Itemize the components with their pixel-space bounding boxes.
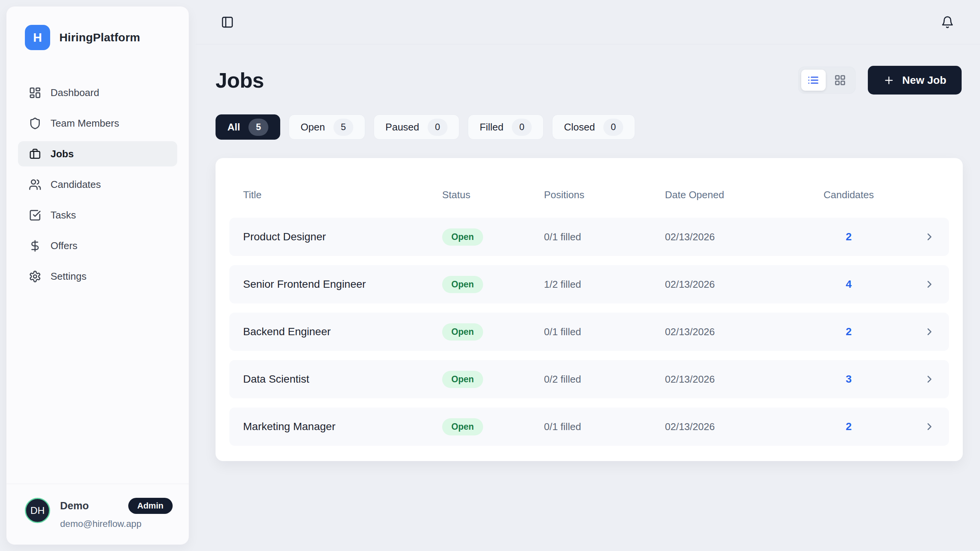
table-header-row: Title Status Positions Date Opened Candi… <box>229 172 949 218</box>
sidebar-item-label: Offers <box>51 240 77 252</box>
candidates-count-link[interactable]: 2 <box>818 231 879 243</box>
status-badge: Open <box>442 228 483 246</box>
job-title-cell: Marketing Manager <box>243 421 442 433</box>
briefcase-icon <box>29 148 41 160</box>
positions-cell: 0/1 filled <box>544 231 665 243</box>
candidates-count-link[interactable]: 4 <box>818 278 879 290</box>
sidebar-item-candidates[interactable]: Candidates <box>18 172 177 197</box>
status-badge: Open <box>442 371 483 388</box>
new-job-button[interactable]: New Job <box>868 66 962 95</box>
candidates-count-link[interactable]: 3 <box>818 373 879 385</box>
filter-count-badge: 5 <box>333 119 353 136</box>
filter-label: Closed <box>564 121 595 133</box>
app-logo-letter: H <box>33 31 42 45</box>
avatar: DH <box>25 498 50 523</box>
avatar-initials: DH <box>30 505 45 517</box>
role-badge: Admin <box>128 498 173 514</box>
status-cell: Open <box>442 371 544 388</box>
sidebar-item-settings[interactable]: Settings <box>18 264 177 289</box>
column-header-positions: Positions <box>544 189 665 201</box>
date-opened-cell: 02/13/2026 <box>665 326 818 338</box>
row-open-button[interactable] <box>920 421 935 432</box>
topbar <box>196 0 980 44</box>
checkbox-check-icon <box>29 209 41 222</box>
users-icon <box>29 178 41 191</box>
sidebar-item-label: Tasks <box>51 209 76 221</box>
sidebar-toggle-button[interactable] <box>221 16 234 29</box>
user-section[interactable]: DH Demo Admin demo@hireflow.app <box>7 484 189 544</box>
chevron-right-icon <box>924 231 935 243</box>
column-header-date-opened: Date Opened <box>665 189 818 201</box>
job-title-cell: Product Designer <box>243 231 442 243</box>
sidebar-item-label: Candidates <box>51 179 101 191</box>
table-row[interactable]: Senior Frontend Engineer Open 1/2 filled… <box>229 265 949 303</box>
sidebar-item-dashboard[interactable]: Dashboard <box>18 80 177 105</box>
notifications-button[interactable] <box>941 16 954 29</box>
candidates-count-link[interactable]: 2 <box>818 326 879 338</box>
date-opened-cell: 02/13/2026 <box>665 373 818 385</box>
table-row[interactable]: Product Designer Open 0/1 filled 02/13/2… <box>229 218 949 256</box>
list-view-button[interactable] <box>801 70 826 91</box>
app-logo: H <box>25 25 50 50</box>
list-view-icon <box>807 74 819 86</box>
filter-count-badge: 0 <box>603 119 623 136</box>
sidebar-item-jobs[interactable]: Jobs <box>18 141 177 166</box>
filter-tab-paused[interactable]: Paused 0 <box>374 114 459 140</box>
new-job-label: New Job <box>902 74 946 86</box>
date-opened-cell: 02/13/2026 <box>665 421 818 433</box>
app-title: HiringPlatform <box>59 31 140 44</box>
grid-view-button[interactable] <box>828 70 853 91</box>
row-open-button[interactable] <box>920 326 935 337</box>
job-title-cell: Data Scientist <box>243 373 442 385</box>
row-open-button[interactable] <box>920 373 935 385</box>
bell-icon <box>941 16 954 29</box>
row-open-button[interactable] <box>920 279 935 290</box>
sidebar-item-offers[interactable]: Offers <box>18 233 177 258</box>
brand: H HiringPlatform <box>7 7 189 50</box>
filter-label: All <box>227 121 240 133</box>
positions-cell: 0/2 filled <box>544 373 665 385</box>
status-badge: Open <box>442 418 483 435</box>
filter-count-badge: 0 <box>512 119 532 136</box>
status-cell: Open <box>442 228 544 246</box>
positions-cell: 1/2 filled <box>544 279 665 290</box>
filter-tab-open[interactable]: Open 5 <box>289 114 365 140</box>
filter-count-badge: 0 <box>428 119 448 136</box>
table-row[interactable]: Backend Engineer Open 0/1 filled 02/13/2… <box>229 313 949 351</box>
column-header-title: Title <box>243 189 442 201</box>
status-cell: Open <box>442 276 544 293</box>
table-body: Product Designer Open 0/1 filled 02/13/2… <box>229 218 949 446</box>
sidebar-item-label: Jobs <box>51 148 74 160</box>
main-area: Jobs New Job All 5 <box>196 0 980 551</box>
table-row[interactable]: Marketing Manager Open 0/1 filled 02/13/… <box>229 408 949 446</box>
page-title: Jobs <box>216 68 264 93</box>
status-cell: Open <box>442 418 544 435</box>
filter-count-badge: 5 <box>248 119 268 136</box>
filter-label: Filled <box>480 121 503 133</box>
chevron-right-icon <box>924 373 935 385</box>
status-filter-bar: All 5 Open 5 Paused 0 Filled 0 Closed 0 <box>216 114 962 140</box>
sidebar: H HiringPlatform Dashboard Team Members … <box>6 6 189 545</box>
sidebar-item-team-members[interactable]: Team Members <box>18 111 177 136</box>
view-toggle <box>798 67 856 94</box>
date-opened-cell: 02/13/2026 <box>665 279 818 290</box>
filter-tab-all[interactable]: All 5 <box>216 114 280 140</box>
grid-view-icon <box>834 74 846 86</box>
dashboard-grid-icon <box>29 86 41 99</box>
filter-tab-filled[interactable]: Filled 0 <box>468 114 544 140</box>
filter-label: Paused <box>385 121 419 133</box>
column-header-status: Status <box>442 189 544 201</box>
sidebar-item-label: Team Members <box>51 117 119 129</box>
date-opened-cell: 02/13/2026 <box>665 231 818 243</box>
chevron-right-icon <box>924 421 935 432</box>
sidebar-item-tasks[interactable]: Tasks <box>18 202 177 228</box>
sidebar-item-label: Settings <box>51 271 87 282</box>
table-row[interactable]: Data Scientist Open 0/2 filled 02/13/202… <box>229 360 949 398</box>
jobs-table: Title Status Positions Date Opened Candi… <box>216 158 963 461</box>
filter-tab-closed[interactable]: Closed 0 <box>552 114 635 140</box>
job-title-cell: Backend Engineer <box>243 326 442 338</box>
user-name: Demo <box>60 500 89 512</box>
plus-icon <box>883 75 895 86</box>
candidates-count-link[interactable]: 2 <box>818 421 879 433</box>
row-open-button[interactable] <box>920 231 935 243</box>
